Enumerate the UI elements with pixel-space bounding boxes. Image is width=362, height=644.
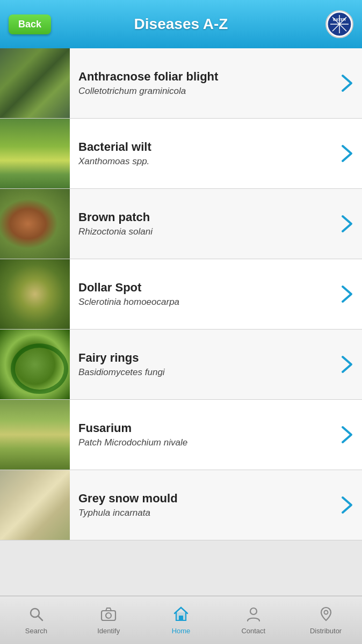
- tab-distributor[interactable]: Distributor: [289, 596, 362, 644]
- svg-line-7: [38, 616, 42, 620]
- svg-rect-10: [179, 616, 183, 620]
- disease-thumb-brown: [0, 189, 70, 259]
- disease-info-fairy: Fairy ringsBasidiomycetes fungi: [70, 330, 336, 399]
- page-title: Diseases A-Z: [134, 16, 228, 33]
- chevron-right-icon-fairy: [336, 330, 362, 399]
- chevron-right-icon-bacterial: [336, 119, 362, 188]
- disease-thumb-fairy: [0, 330, 70, 399]
- disease-item-dollar[interactable]: Dollar SpotSclerotinia homoeocarpa: [0, 259, 362, 330]
- disease-item-bacterial[interactable]: Bacterial wiltXanthomoas spp.: [0, 119, 362, 189]
- disease-thumb-image-fairy: [0, 330, 70, 399]
- chevron-right-icon-dollar: [336, 259, 362, 329]
- disease-thumb-dollar: [0, 259, 70, 329]
- tab-contact[interactable]: Contact: [217, 596, 289, 644]
- disease-info-dollar: Dollar SpotSclerotinia homoeocarpa: [70, 259, 336, 329]
- tab-home[interactable]: Home: [145, 596, 218, 644]
- disease-thumb-image-grey: [0, 470, 70, 540]
- person-icon: [245, 606, 262, 625]
- disease-thumb-image-fusarium: [0, 400, 70, 470]
- svg-rect-8: [102, 611, 115, 620]
- disease-info-grey: Grey snow mouldTyphula incarnata: [70, 470, 336, 540]
- disease-list: Anthracnose foliar blightColletotrichum …: [0, 48, 362, 596]
- disease-info-fusarium: FusariumPatch Microdochium nivale: [70, 400, 336, 470]
- disease-name-grey: Grey snow mould: [78, 492, 328, 506]
- disease-thumb-image-brown: [0, 189, 70, 259]
- disease-thumb-image-bacterial: [0, 119, 70, 188]
- disease-item-fairy[interactable]: Fairy ringsBasidiomycetes fungi: [0, 330, 362, 400]
- tab-search-label: Search: [25, 627, 47, 635]
- disease-info-anthracnose: Anthracnose foliar blightColletotrichum …: [70, 48, 336, 118]
- disease-scientific-anthracnose: Colletotrichum graminicola: [78, 86, 328, 97]
- disease-item-fusarium[interactable]: FusariumPatch Microdochium nivale: [0, 400, 362, 470]
- svg-point-11: [250, 608, 257, 614]
- disease-scientific-grey: Typhula incarnata: [78, 508, 328, 518]
- disease-name-anthracnose: Anthracnose foliar blight: [78, 70, 328, 84]
- disease-scientific-fairy: Basidiomycetes fungi: [78, 367, 328, 378]
- disease-thumb-fusarium: [0, 400, 70, 470]
- disease-info-brown: Brown patchRhizoctonia solani: [70, 189, 336, 259]
- bayer-logo: BAYER: [325, 10, 353, 38]
- tab-contact-label: Contact: [241, 627, 265, 635]
- home-icon: [173, 606, 189, 625]
- disease-name-dollar: Dollar Spot: [78, 281, 328, 295]
- disease-item-grey[interactable]: Grey snow mouldTyphula incarnata: [0, 470, 362, 540]
- tab-bar: Search Identify Home: [0, 596, 362, 644]
- disease-item-anthracnose[interactable]: Anthracnose foliar blightColletotrichum …: [0, 48, 362, 119]
- disease-thumb-image-dollar: [0, 259, 70, 329]
- disease-name-fusarium: Fusarium: [78, 421, 328, 435]
- chevron-right-icon-brown: [336, 189, 362, 259]
- chevron-right-icon-anthracnose: [336, 48, 362, 118]
- back-button[interactable]: Back: [9, 14, 51, 34]
- svg-point-9: [106, 613, 111, 618]
- disease-scientific-dollar: Sclerotinia homoeocarpa: [78, 297, 328, 308]
- app-header: Back Diseases A-Z BAYER: [0, 0, 362, 48]
- tab-home-label: Home: [172, 627, 191, 635]
- tab-distributor-label: Distributor: [310, 627, 342, 635]
- tab-search[interactable]: Search: [0, 596, 73, 644]
- tab-identify[interactable]: Identify: [73, 596, 145, 644]
- disease-scientific-bacterial: Xanthomoas spp.: [78, 156, 328, 167]
- disease-scientific-fusarium: Patch Microdochium nivale: [78, 437, 328, 448]
- chevron-right-icon-fusarium: [336, 400, 362, 470]
- disease-thumb-anthracnose: [0, 48, 70, 118]
- disease-thumb-bacterial: [0, 119, 70, 188]
- disease-thumb-image-anthracnose: [0, 48, 70, 118]
- disease-item-brown[interactable]: Brown patchRhizoctonia solani: [0, 189, 362, 259]
- location-icon: [318, 606, 334, 625]
- camera-icon: [100, 606, 117, 625]
- disease-name-bacterial: Bacterial wilt: [78, 140, 328, 154]
- disease-name-fairy: Fairy rings: [78, 351, 328, 365]
- disease-thumb-grey: [0, 470, 70, 540]
- disease-info-bacterial: Bacterial wiltXanthomoas spp.: [70, 119, 336, 188]
- chevron-right-icon-grey: [336, 470, 362, 540]
- tab-identify-label: Identify: [97, 627, 120, 635]
- disease-name-brown: Brown patch: [78, 210, 328, 224]
- svg-point-12: [324, 610, 328, 614]
- disease-scientific-brown: Rhizoctonia solani: [78, 226, 328, 237]
- search-icon: [28, 606, 44, 625]
